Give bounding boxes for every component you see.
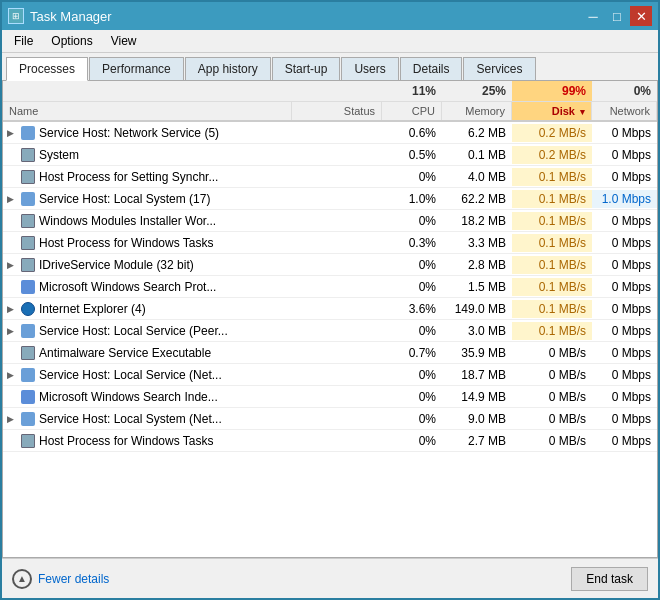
process-table: ▶Service Host: Network Service (5)0.6%6.…	[3, 122, 657, 552]
close-button[interactable]: ✕	[630, 6, 652, 26]
process-name: Microsoft Windows Search Prot...	[39, 280, 216, 294]
proc-memory: 3.3 MB	[442, 234, 512, 252]
proc-disk: 0.2 MB/s	[512, 124, 592, 142]
col-network[interactable]: Network	[592, 102, 657, 120]
proc-disk: 0.1 MB/s	[512, 168, 592, 186]
proc-cpu: 0%	[382, 322, 442, 340]
proc-disk: 0.1 MB/s	[512, 256, 592, 274]
proc-disk: 0.1 MB/s	[512, 300, 592, 318]
table-row[interactable]: Host Process for Windows Tasks0%2.7 MB0 …	[3, 430, 657, 452]
table-row[interactable]: Microsoft Windows Search Inde...0%14.9 M…	[3, 386, 657, 408]
proc-status	[292, 417, 382, 421]
table-row[interactable]: Host Process for Windows Tasks0.3%3.3 MB…	[3, 232, 657, 254]
proc-status	[292, 351, 382, 355]
col-disk[interactable]: Disk ▾	[512, 102, 592, 120]
window-icon	[21, 258, 35, 272]
tab-details[interactable]: Details	[400, 57, 463, 80]
proc-disk: 0.1 MB/s	[512, 212, 592, 230]
proc-memory: 14.9 MB	[442, 388, 512, 406]
expand-icon[interactable]: ▶	[7, 414, 17, 424]
proc-memory: 2.7 MB	[442, 432, 512, 450]
fewer-details-button[interactable]: ▲ Fewer details	[12, 569, 109, 589]
tab-app-history[interactable]: App history	[185, 57, 271, 80]
proc-network: 0 Mbps	[592, 366, 657, 384]
proc-network: 0 Mbps	[592, 432, 657, 450]
proc-network: 0 Mbps	[592, 410, 657, 428]
table-row[interactable]: Microsoft Windows Search Prot...0%1.5 MB…	[3, 276, 657, 298]
process-name: Microsoft Windows Search Inde...	[39, 390, 218, 404]
process-name: Windows Modules Installer Wor...	[39, 214, 216, 228]
tab-users[interactable]: Users	[341, 57, 398, 80]
proc-name-cell: Windows Modules Installer Wor...	[3, 211, 292, 231]
tab-services[interactable]: Services	[463, 57, 535, 80]
proc-name-cell: ▶Service Host: Local Service (Peer...	[3, 321, 292, 341]
maximize-button[interactable]: □	[606, 6, 628, 26]
expand-icon[interactable]: ▶	[7, 194, 17, 204]
table-row[interactable]: ▶Internet Explorer (4)3.6%149.0 MB0.1 MB…	[3, 298, 657, 320]
tab-bar: Processes Performance App history Start-…	[2, 53, 658, 81]
expand-icon[interactable]: ▶	[7, 260, 17, 270]
proc-cpu: 0%	[382, 278, 442, 296]
table-row[interactable]: ▶Service Host: Local System (17)1.0%62.2…	[3, 188, 657, 210]
col-status[interactable]: Status	[292, 102, 382, 120]
window-icon	[21, 214, 35, 228]
proc-cpu: 0.5%	[382, 146, 442, 164]
table-row[interactable]: System0.5%0.1 MB0.2 MB/s0 Mbps	[3, 144, 657, 166]
proc-name-cell: ▶Service Host: Local System (Net...	[3, 409, 292, 429]
menu-file[interactable]: File	[6, 32, 41, 50]
window-icon	[21, 434, 35, 448]
process-name: Service Host: Local Service (Peer...	[39, 324, 228, 338]
ie-icon	[21, 302, 35, 316]
proc-memory: 62.2 MB	[442, 190, 512, 208]
app-icon: ⊞	[8, 8, 24, 24]
col-name[interactable]: Name	[3, 102, 292, 120]
header-status-spacer	[292, 81, 382, 101]
process-name: Host Process for Windows Tasks	[39, 434, 214, 448]
tab-startup[interactable]: Start-up	[272, 57, 341, 80]
col-memory[interactable]: Memory	[442, 102, 512, 120]
header-name-spacer	[3, 81, 292, 101]
bottom-bar: ▲ Fewer details End task	[2, 558, 658, 598]
proc-status	[292, 395, 382, 399]
expand-icon[interactable]: ▶	[7, 370, 17, 380]
table-row[interactable]: ▶IDriveService Module (32 bit)0%2.8 MB0.…	[3, 254, 657, 276]
process-name: IDriveService Module (32 bit)	[39, 258, 194, 272]
proc-memory: 18.7 MB	[442, 366, 512, 384]
tab-performance[interactable]: Performance	[89, 57, 184, 80]
proc-disk: 0 MB/s	[512, 432, 592, 450]
menu-options[interactable]: Options	[43, 32, 100, 50]
expand-icon[interactable]: ▶	[7, 128, 17, 138]
minimize-button[interactable]: ─	[582, 6, 604, 26]
end-task-button[interactable]: End task	[571, 567, 648, 591]
table-row[interactable]: ▶Service Host: Network Service (5)0.6%6.…	[3, 122, 657, 144]
proc-disk: 0 MB/s	[512, 388, 592, 406]
proc-cpu: 0%	[382, 212, 442, 230]
header-memory-pct: 25%	[442, 81, 512, 101]
table-row[interactable]: ▶Service Host: Local Service (Net...0%18…	[3, 364, 657, 386]
expand-icon[interactable]: ▶	[7, 326, 17, 336]
menu-view[interactable]: View	[103, 32, 145, 50]
header-cpu-pct: 11%	[382, 81, 442, 101]
header-network-pct: 0%	[592, 81, 657, 101]
tab-processes[interactable]: Processes	[6, 57, 88, 81]
col-cpu[interactable]: CPU	[382, 102, 442, 120]
proc-status	[292, 219, 382, 223]
process-name: Service Host: Network Service (5)	[39, 126, 219, 140]
table-row[interactable]: Windows Modules Installer Wor...0%18.2 M…	[3, 210, 657, 232]
proc-memory: 35.9 MB	[442, 344, 512, 362]
expand-icon[interactable]: ▶	[7, 304, 17, 314]
proc-cpu: 0.7%	[382, 344, 442, 362]
table-row[interactable]: ▶Service Host: Local System (Net...0%9.0…	[3, 408, 657, 430]
table-row[interactable]: Antimalware Service Executable0.7%35.9 M…	[3, 342, 657, 364]
process-name: Host Process for Setting Synchr...	[39, 170, 218, 184]
proc-name-cell: Host Process for Windows Tasks	[3, 233, 292, 253]
proc-status	[292, 373, 382, 377]
window-icon	[21, 148, 35, 162]
process-name: System	[39, 148, 79, 162]
proc-disk: 0.1 MB/s	[512, 234, 592, 252]
table-row[interactable]: ▶Service Host: Local Service (Peer...0%3…	[3, 320, 657, 342]
proc-disk: 0.1 MB/s	[512, 278, 592, 296]
table-row[interactable]: Host Process for Setting Synchr...0%4.0 …	[3, 166, 657, 188]
header-disk-pct: 99%	[512, 81, 592, 101]
proc-status	[292, 307, 382, 311]
